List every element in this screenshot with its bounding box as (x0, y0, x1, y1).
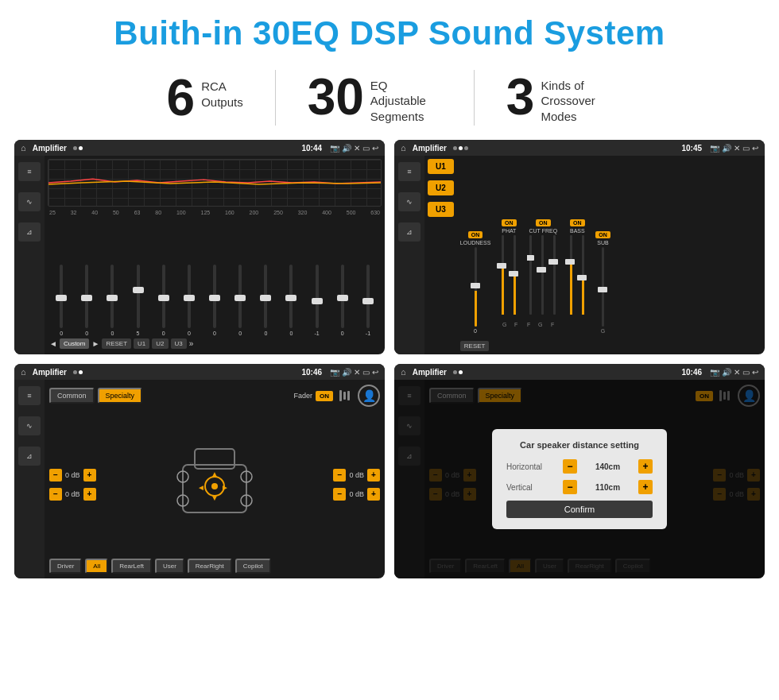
slider-track-8[interactable] (238, 265, 242, 328)
home-icon-1[interactable]: ⌂ (21, 143, 26, 153)
minimize-icon-3[interactable]: ▭ (362, 368, 370, 377)
sub-thumb[interactable] (598, 287, 607, 292)
eq-wave-btn[interactable]: ∿ (18, 192, 41, 211)
slider-track-6[interactable] (188, 265, 191, 328)
loudness-thumb[interactable] (471, 283, 480, 288)
reset-btn-1[interactable]: RESET (102, 338, 131, 349)
db-minus-3[interactable]: − (333, 469, 346, 481)
minimize-icon-2[interactable]: ▭ (742, 144, 750, 153)
slider-track-10[interactable] (289, 265, 293, 328)
bar-3 (347, 391, 350, 400)
fader-on-toggle[interactable]: ON (316, 391, 333, 401)
freq-100: 100 (176, 210, 186, 215)
specialty-tab-3[interactable]: Specialty (98, 388, 143, 404)
all-btn[interactable]: All (85, 559, 108, 574)
db-minus-1[interactable]: − (49, 469, 62, 481)
fader-filter-btn[interactable]: ≡ (18, 386, 41, 405)
u3-btn-1[interactable]: U3 (171, 338, 187, 349)
minimize-icon-4[interactable]: ▭ (742, 368, 750, 377)
vertical-plus[interactable]: + (638, 480, 653, 494)
slider-thumb-7[interactable] (209, 295, 220, 301)
slider-thumb-1[interactable] (56, 295, 67, 301)
user-btn[interactable]: User (155, 559, 184, 574)
driver-btn[interactable]: Driver (49, 559, 82, 574)
loudness-slider[interactable] (475, 247, 477, 327)
slider-track-13[interactable] (366, 265, 370, 328)
slider-thumb-12[interactable] (337, 295, 348, 301)
slider-thumb-11[interactable] (312, 298, 323, 304)
u1-cross-btn[interactable]: U1 (428, 159, 454, 174)
cutfreq-on[interactable]: ON (536, 219, 551, 226)
horizontal-plus[interactable]: + (638, 459, 653, 474)
copilot-btn[interactable]: Copilot (235, 559, 271, 574)
slider-track-5[interactable] (162, 265, 165, 328)
back-icon-1[interactable]: ↩ (372, 144, 378, 153)
next-arrow[interactable]: ► (91, 339, 99, 348)
home-icon-3[interactable]: ⌂ (21, 367, 26, 377)
slider-thumb-5[interactable] (158, 295, 169, 301)
more-arrow[interactable]: » (189, 339, 194, 348)
db-plus-4[interactable]: + (367, 488, 380, 501)
slider-track-7[interactable] (213, 265, 216, 328)
close-icon-1[interactable]: ✕ (354, 144, 360, 153)
slider-track-2[interactable] (85, 265, 88, 328)
user-icon-3[interactable]: 👤 (358, 385, 380, 407)
fader-wave-btn[interactable]: ∿ (18, 416, 41, 435)
phat-on[interactable]: ON (502, 219, 517, 226)
slider-thumb-13[interactable] (362, 298, 374, 304)
home-icon-2[interactable]: ⌂ (401, 143, 406, 153)
sub-on[interactable]: ON (595, 231, 610, 238)
slider-track-4[interactable] (137, 265, 140, 328)
bass-on[interactable]: ON (570, 219, 585, 226)
close-icon-2[interactable]: ✕ (734, 144, 740, 153)
home-icon-4[interactable]: ⌂ (401, 367, 406, 377)
slider-track-1[interactable] (60, 265, 63, 328)
slider-thumb-8[interactable] (234, 295, 246, 301)
back-icon-4[interactable]: ↩ (752, 368, 758, 377)
slider-track-9[interactable] (264, 265, 267, 328)
freq-500: 500 (347, 210, 356, 215)
db-plus-2[interactable]: + (83, 488, 96, 501)
slider-thumb-6[interactable] (184, 295, 195, 301)
common-tab-3[interactable]: Common (49, 388, 95, 404)
back-icon-2[interactable]: ↩ (752, 144, 758, 153)
slider-thumb-10[interactable] (285, 295, 296, 301)
u1-btn-1[interactable]: U1 (134, 338, 149, 349)
custom-btn[interactable]: Custom (60, 338, 90, 349)
db-plus-3[interactable]: + (367, 469, 380, 481)
vertical-minus[interactable]: − (563, 480, 577, 494)
u3-cross-btn[interactable]: U3 (428, 202, 454, 217)
slider-thumb-4[interactable] (133, 287, 144, 293)
slider-thumb-2[interactable] (81, 295, 92, 301)
reset-btn-2[interactable]: RESET (460, 341, 490, 351)
eq-volume-btn[interactable]: ⊿ (18, 222, 41, 242)
speaker-icon-4: 🔊 (722, 368, 731, 377)
svg-rect-3 (509, 271, 518, 277)
u2-cross-btn[interactable]: U2 (428, 180, 454, 195)
cross-filter-btn[interactable]: ≡ (398, 162, 421, 181)
loudness-on[interactable]: ON (468, 231, 483, 238)
slider-track-12[interactable] (341, 265, 344, 328)
slider-thumb-9[interactable] (260, 295, 271, 301)
horizontal-minus[interactable]: − (563, 459, 577, 474)
slider-track-3[interactable] (110, 265, 114, 328)
close-icon-4[interactable]: ✕ (734, 368, 740, 377)
close-icon-3[interactable]: ✕ (354, 368, 360, 377)
db-minus-2[interactable]: − (49, 488, 62, 501)
cross-volume-btn[interactable]: ⊿ (398, 222, 421, 242)
back-icon-3[interactable]: ↩ (372, 368, 378, 377)
u2-btn-1[interactable]: U2 (152, 338, 168, 349)
sub-slider[interactable] (602, 247, 604, 327)
eq-filter-btn[interactable]: ≡ (18, 162, 41, 181)
confirm-button[interactable]: Confirm (506, 501, 653, 518)
db-minus-4[interactable]: − (333, 488, 346, 501)
db-plus-1[interactable]: + (83, 469, 96, 481)
slider-track-11[interactable] (316, 265, 319, 328)
rearright-btn[interactable]: RearRight (188, 559, 232, 574)
rearleft-btn[interactable]: RearLeft (111, 559, 152, 574)
fader-volume-btn[interactable]: ⊿ (18, 447, 41, 466)
slider-thumb-3[interactable] (107, 295, 118, 301)
prev-arrow[interactable]: ◄ (49, 339, 57, 348)
cross-wave-btn[interactable]: ∿ (398, 192, 421, 211)
minimize-icon-1[interactable]: ▭ (362, 144, 370, 153)
